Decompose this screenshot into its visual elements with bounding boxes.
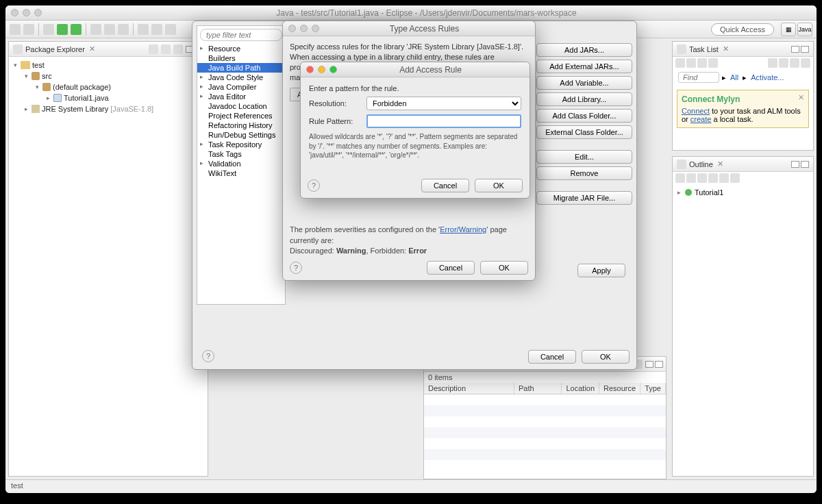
new-class-icon[interactable]: [104, 24, 115, 35]
collapse-all-icon[interactable]: [149, 45, 158, 54]
refresh-icon[interactable]: [708, 58, 718, 68]
quick-access-input[interactable]: Quick Access: [711, 23, 774, 36]
outline-item[interactable]: ▸Tutorial1: [675, 187, 810, 198]
close-icon[interactable]: ✕: [89, 45, 95, 53]
list-item[interactable]: Task Repository: [197, 140, 285, 149]
column-header[interactable]: Path: [514, 383, 562, 394]
run-last-icon[interactable]: [71, 24, 82, 35]
close-icon[interactable]: ✕: [798, 93, 804, 102]
column-header[interactable]: Resource: [599, 383, 640, 394]
list-item[interactable]: Validation: [197, 159, 285, 168]
list-item[interactable]: Builders: [197, 53, 285, 63]
hide-local-icon[interactable]: [719, 173, 729, 183]
filter-input[interactable]: [200, 29, 282, 41]
hide-static-icon[interactable]: [697, 173, 707, 183]
close-icon[interactable]: ✕: [717, 160, 723, 168]
add-jars-button[interactable]: Add JARs...: [536, 43, 632, 57]
ok-button[interactable]: OK: [480, 261, 528, 275]
sync-icon[interactable]: [768, 58, 777, 68]
package-explorer-tree[interactable]: ▾test ▾src ▾(default package) ▸Tutorial1…: [9, 57, 208, 117]
back-icon[interactable]: [151, 24, 162, 35]
schedule-icon[interactable]: [697, 58, 707, 68]
maximize-pane-icon[interactable]: [801, 46, 809, 53]
mylyn-connect-link[interactable]: Connect: [682, 107, 710, 115]
list-item[interactable]: Javadoc Location: [197, 101, 285, 111]
edit-button[interactable]: Edit...: [536, 150, 632, 164]
remove-button[interactable]: Remove: [536, 166, 632, 180]
add-class-folder-button[interactable]: Add Class Folder...: [536, 109, 632, 123]
zoom-icon[interactable]: [34, 9, 42, 16]
tree-item[interactable]: Tutorial1.java: [64, 94, 109, 102]
close-icon[interactable]: [288, 25, 296, 32]
window-traffic-lights[interactable]: [11, 9, 42, 16]
add-variable-button[interactable]: Add Variable...: [536, 76, 632, 90]
link-editor-icon[interactable]: [161, 45, 171, 54]
search-icon[interactable]: [138, 24, 149, 35]
minimize-icon[interactable]: [318, 66, 325, 73]
category-list[interactable]: Resource Builders Java Build Path Java C…: [197, 44, 285, 178]
list-item[interactable]: Resource: [197, 44, 285, 53]
list-item[interactable]: Java Code Style: [197, 73, 285, 82]
minimize-icon[interactable]: [300, 25, 308, 32]
help-icon[interactable]: ?: [290, 262, 302, 274]
task-find-input[interactable]: [678, 72, 719, 83]
column-header[interactable]: Location: [562, 383, 599, 394]
list-item[interactable]: Java Editor: [197, 92, 285, 101]
collapse-icon[interactable]: [779, 58, 788, 68]
cancel-button[interactable]: Cancel: [528, 350, 576, 364]
ok-button[interactable]: OK: [582, 350, 630, 364]
new-icon[interactable]: [10, 24, 21, 35]
list-item[interactable]: Java Build Path: [197, 63, 285, 73]
tree-item[interactable]: JRE System Library: [42, 105, 108, 113]
cancel-button[interactable]: Cancel: [427, 261, 475, 275]
column-header[interactable]: Type: [640, 383, 666, 394]
categorize-icon[interactable]: [686, 58, 696, 68]
error-warning-link[interactable]: Error/Warning: [440, 225, 486, 234]
tree-item[interactable]: test: [32, 61, 45, 69]
list-item[interactable]: Refactoring History: [197, 121, 285, 130]
minimize-pane-icon[interactable]: [791, 161, 799, 168]
resolution-select[interactable]: Forbidden: [366, 97, 521, 110]
column-header[interactable]: Description: [424, 383, 514, 394]
forward-icon[interactable]: [165, 24, 176, 35]
task-all-link[interactable]: All: [730, 73, 738, 81]
java-perspective-button[interactable]: Java: [797, 23, 812, 36]
list-item[interactable]: Run/Debug Settings: [197, 130, 285, 140]
mylyn-create-link[interactable]: create: [690, 115, 712, 123]
minimize-pane-icon[interactable]: [791, 46, 799, 53]
view-menu-icon[interactable]: [173, 45, 183, 54]
minimize-pane-icon[interactable]: [645, 361, 653, 368]
hide-nonpublic-icon[interactable]: [708, 173, 718, 183]
add-external-jars-button[interactable]: Add External JARs...: [536, 60, 632, 73]
open-type-icon[interactable]: [118, 24, 129, 35]
help-icon[interactable]: ?: [308, 179, 320, 192]
focus-icon[interactable]: [730, 173, 740, 183]
rule-pattern-input[interactable]: [366, 114, 521, 128]
debug-icon[interactable]: [43, 24, 54, 35]
tree-item[interactable]: src: [42, 72, 52, 80]
new-task-icon[interactable]: [675, 58, 685, 68]
tree-item[interactable]: (default package): [53, 83, 111, 91]
add-library-button[interactable]: Add Library...: [536, 92, 632, 106]
zoom-icon[interactable]: [329, 66, 337, 73]
maximize-pane-icon[interactable]: [801, 161, 809, 168]
new-package-icon[interactable]: [90, 24, 101, 35]
menu-icon[interactable]: [801, 58, 810, 68]
open-perspective-button[interactable]: ▦: [781, 23, 796, 36]
list-item[interactable]: Java Compiler: [197, 82, 285, 92]
add-external-class-folder-button[interactable]: External Class Folder...: [536, 125, 632, 139]
cancel-button[interactable]: Cancel: [421, 179, 469, 192]
list-item[interactable]: Project References: [197, 111, 285, 121]
sort-icon[interactable]: [675, 173, 685, 183]
hide-fields-icon[interactable]: [686, 173, 696, 183]
task-activate-link[interactable]: Activate...: [751, 73, 784, 81]
save-icon[interactable]: [23, 24, 34, 35]
ok-button[interactable]: OK: [475, 179, 523, 192]
help-icon[interactable]: ?: [202, 350, 214, 362]
close-icon[interactable]: [306, 66, 314, 73]
close-icon[interactable]: [11, 9, 18, 16]
filter-icon[interactable]: [790, 58, 799, 68]
maximize-pane-icon[interactable]: [655, 361, 663, 368]
migrate-jar-button[interactable]: Migrate JAR File...: [536, 191, 632, 205]
zoom-icon[interactable]: [312, 25, 319, 32]
